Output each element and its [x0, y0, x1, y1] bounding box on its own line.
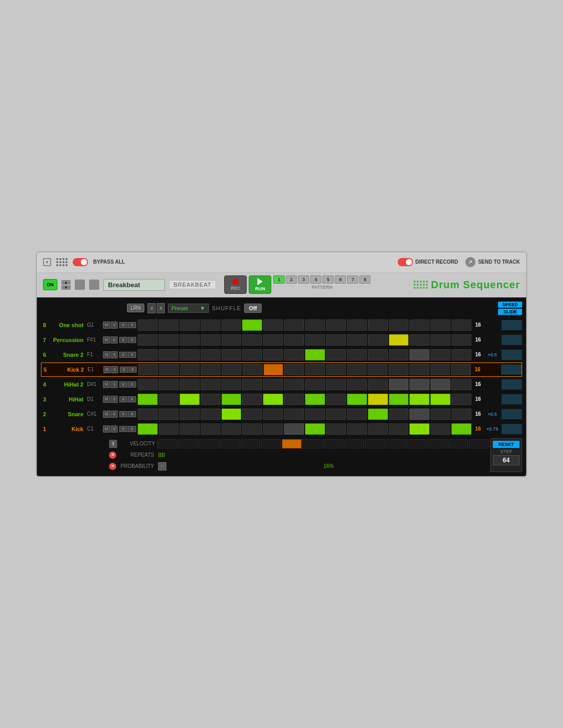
- down-3[interactable]: ∨: [119, 396, 127, 402]
- vel-4[interactable]: [220, 439, 240, 448]
- nav-down[interactable]: ▼: [61, 285, 71, 290]
- step-2-10[interactable]: [326, 409, 346, 420]
- step-4-7[interactable]: [263, 379, 283, 390]
- speed-slider-1[interactable]: [502, 424, 522, 434]
- vel-5[interactable]: [241, 439, 261, 448]
- up-8[interactable]: ∧: [128, 322, 136, 328]
- step-3-15[interactable]: [430, 394, 450, 405]
- step-8-13[interactable]: [389, 319, 409, 331]
- on-button[interactable]: ON: [43, 279, 57, 290]
- mute-6[interactable]: M: [103, 351, 110, 358]
- step-2-13[interactable]: [389, 409, 409, 420]
- step-4-11[interactable]: [347, 379, 367, 390]
- mute-4[interactable]: M: [103, 381, 110, 388]
- step-2-8[interactable]: [284, 409, 304, 420]
- step-2-7[interactable]: [263, 409, 283, 420]
- step-1-7[interactable]: [263, 423, 283, 435]
- step-value[interactable]: 64: [493, 455, 519, 465]
- up-arrow-btn[interactable]: ∧: [157, 303, 165, 313]
- solo-5[interactable]: S: [111, 366, 118, 373]
- step-8-1[interactable]: [138, 319, 158, 331]
- pattern-5[interactable]: 5: [322, 275, 334, 284]
- run-button[interactable]: RUN: [249, 275, 271, 294]
- step-8-4[interactable]: [201, 319, 221, 331]
- step-7-6[interactable]: [242, 334, 262, 346]
- step-7-15[interactable]: [430, 334, 450, 346]
- mute-2[interactable]: M: [103, 411, 110, 418]
- step-6-1[interactable]: [138, 349, 158, 360]
- mute-7[interactable]: M: [103, 336, 110, 344]
- step-7-4[interactable]: [201, 334, 221, 346]
- step-5-16[interactable]: [451, 364, 471, 375]
- step-5-8[interactable]: [284, 364, 304, 375]
- step-8-11[interactable]: [347, 319, 367, 331]
- down-6[interactable]: ∨: [119, 352, 127, 358]
- pattern-8[interactable]: 8: [359, 275, 371, 284]
- step-1-12[interactable]: [368, 423, 388, 435]
- step-4-1[interactable]: [138, 379, 158, 390]
- step-6-3[interactable]: [180, 349, 200, 360]
- step-6-6[interactable]: [242, 349, 262, 360]
- solo-8[interactable]: S: [111, 322, 118, 329]
- step-2-1[interactable]: [138, 409, 158, 420]
- step-4-2[interactable]: [159, 379, 179, 390]
- step-3-12[interactable]: [368, 394, 388, 405]
- pattern-3[interactable]: 3: [298, 275, 309, 284]
- direct-record-toggle[interactable]: [398, 258, 413, 266]
- step-4-9[interactable]: [305, 379, 325, 390]
- vel-7[interactable]: [282, 439, 302, 448]
- menu-icon[interactable]: ▼: [43, 258, 51, 266]
- speed-slider-5[interactable]: [501, 365, 522, 375]
- step-1-15[interactable]: [430, 423, 450, 435]
- step-8-15[interactable]: [430, 319, 450, 331]
- down-4[interactable]: ∨: [119, 381, 127, 388]
- pattern-6[interactable]: 6: [335, 275, 346, 284]
- step-6-15[interactable]: [430, 349, 450, 360]
- step-1-3[interactable]: [180, 423, 200, 435]
- step-2-16[interactable]: [451, 409, 471, 420]
- step-3-6[interactable]: [242, 394, 262, 405]
- nav-up[interactable]: ▲: [61, 280, 71, 285]
- speed-slider-7[interactable]: [502, 335, 522, 345]
- vel-13[interactable]: [407, 439, 427, 448]
- step-4-3[interactable]: [180, 379, 200, 390]
- vel-9[interactable]: [323, 439, 343, 448]
- step-3-5[interactable]: [222, 394, 242, 405]
- step-1-11[interactable]: [347, 423, 367, 435]
- step-6-10[interactable]: [326, 349, 346, 360]
- step-3-14[interactable]: [409, 394, 429, 405]
- step-3-16[interactable]: [451, 394, 471, 405]
- step-6-14[interactable]: [409, 349, 429, 360]
- vel-8[interactable]: [302, 439, 322, 448]
- step-5-9[interactable]: [305, 364, 325, 375]
- step-2-5[interactable]: [222, 409, 242, 420]
- step-1-10[interactable]: [326, 423, 346, 435]
- pattern-2[interactable]: 2: [286, 275, 297, 284]
- step-7-2[interactable]: [159, 334, 179, 346]
- step-5-7[interactable]: [264, 364, 284, 375]
- step-1-5[interactable]: [222, 423, 242, 435]
- step-5-12[interactable]: [367, 364, 387, 375]
- preset-name[interactable]: Breakbeat: [103, 279, 165, 291]
- up-2[interactable]: ∧: [128, 411, 136, 417]
- step-4-5[interactable]: [222, 379, 242, 390]
- step-4-10[interactable]: [326, 379, 346, 390]
- up-6[interactable]: ∧: [128, 352, 136, 358]
- solo-3[interactable]: S: [111, 396, 118, 403]
- step-6-4[interactable]: [201, 349, 221, 360]
- step-6-5[interactable]: [222, 349, 242, 360]
- step-5-2[interactable]: [159, 364, 179, 375]
- step-7-9[interactable]: [305, 334, 325, 346]
- down-1[interactable]: ∨: [119, 426, 127, 432]
- step-5-14[interactable]: [409, 364, 429, 375]
- step-4-14[interactable]: [409, 379, 429, 390]
- step-4-12[interactable]: [368, 379, 388, 390]
- vel-3[interactable]: [199, 439, 219, 448]
- step-4-8[interactable]: [284, 379, 304, 390]
- step-3-13[interactable]: [389, 394, 409, 405]
- step-8-14[interactable]: [409, 319, 429, 331]
- step-4-16[interactable]: [451, 379, 471, 390]
- step-1-8[interactable]: [284, 423, 304, 435]
- step-1-2[interactable]: [159, 423, 179, 435]
- step-1-6[interactable]: [242, 423, 262, 435]
